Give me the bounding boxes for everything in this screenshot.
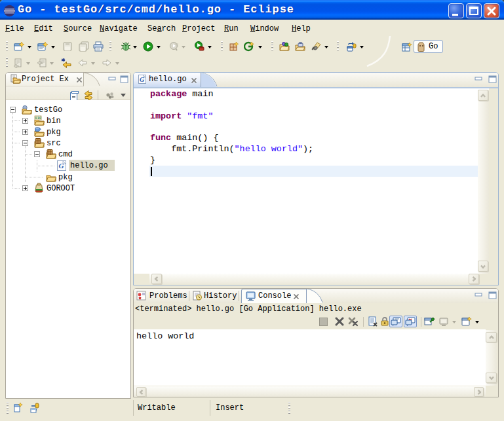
svg-text:G: G — [140, 76, 145, 83]
svg-text:G: G — [59, 162, 64, 170]
svg-text:010: 010 — [35, 116, 41, 120]
